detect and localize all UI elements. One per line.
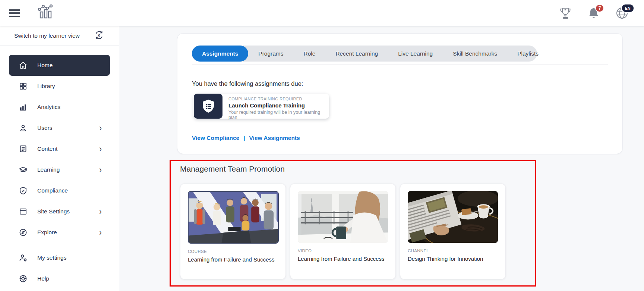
switch-view-icon: e xyxy=(94,30,104,41)
chevron-right-icon: › xyxy=(99,166,102,174)
promo-card-course[interactable]: COURSE Learning from Failure and Success xyxy=(180,184,286,279)
home-icon xyxy=(19,61,28,70)
tab-assignments[interactable]: Assignments xyxy=(192,46,248,62)
sidebar-item-analytics[interactable]: Analytics xyxy=(9,97,110,118)
sidebar-item-my-settings[interactable]: My settings xyxy=(9,247,110,268)
sidebar-item-compliance[interactable]: Compliance xyxy=(9,180,110,201)
trophy-icon[interactable] xyxy=(559,7,572,19)
compliance-card-subtitle: Your required training will be in your l… xyxy=(228,110,324,120)
assignments-intro-text: You have the following assignments due: xyxy=(192,80,303,87)
promotion-cards: COURSE Learning from Failure and Success xyxy=(180,184,506,279)
promo-card-type: CHANNEL xyxy=(408,248,498,253)
compliance-card-text: COMPLIANCE TRAINING REQUIRED Launch Comp… xyxy=(222,94,329,119)
shield-check-icon xyxy=(19,186,28,195)
promotion-section-title: Management Team Promotion xyxy=(180,165,285,173)
tab-skill-benchmarks[interactable]: Skill Benchmarks xyxy=(443,46,507,62)
sidebar-item-library[interactable]: Library xyxy=(9,76,110,97)
tab-live-learning[interactable]: Live Learning xyxy=(388,46,443,62)
top-bar: 7 EN xyxy=(0,0,644,26)
view-compliance-link[interactable]: View Compliance xyxy=(192,135,239,141)
sidebar-item-label: Home xyxy=(37,62,53,69)
sidebar-item-learning[interactable]: Learning › xyxy=(9,159,110,180)
sidebar-item-users[interactable]: Users › xyxy=(9,118,110,138)
compliance-training-card[interactable]: COMPLIANCE TRAINING REQUIRED Launch Comp… xyxy=(194,94,329,119)
graduation-cap-icon xyxy=(19,165,28,174)
promo-card-title: Learning from Failure and Success xyxy=(298,256,388,262)
person-gear-icon xyxy=(19,253,28,262)
tab-playlists[interactable]: Playlists xyxy=(507,46,549,62)
compliance-shield-icon xyxy=(194,94,222,119)
person-icon xyxy=(19,123,28,132)
sidebar-item-label: Help xyxy=(37,275,49,282)
course-thumbnail-team-discussion xyxy=(188,191,279,244)
promo-card-type: VIDEO xyxy=(298,248,388,253)
hamburger-menu-icon[interactable] xyxy=(9,8,22,18)
sidebar-item-explore[interactable]: Explore › xyxy=(9,222,110,243)
sidebar: Switch to my learner view e Home xyxy=(0,26,119,291)
notifications-bell-icon[interactable]: 7 xyxy=(587,7,600,19)
promo-card-title: Learning from Failure and Success xyxy=(188,256,278,263)
lifebuoy-icon xyxy=(19,274,28,283)
video-thumbnail-woman-at-window xyxy=(298,191,388,243)
compliance-card-eyebrow: COMPLIANCE TRAINING REQUIRED xyxy=(228,97,324,101)
browser-window-icon xyxy=(19,207,28,216)
language-globe-icon[interactable]: EN xyxy=(616,7,628,19)
app-logo-chart-icon[interactable] xyxy=(37,4,54,22)
link-separator: | xyxy=(243,135,245,141)
view-assignments-link[interactable]: View Assignments xyxy=(249,135,300,141)
sidebar-item-label: Library xyxy=(37,83,55,90)
sidebar-item-label: Content xyxy=(37,146,57,152)
tab-role[interactable]: Role xyxy=(294,46,326,62)
sidebar-nav: Home Library A xyxy=(0,46,119,289)
sidebar-item-content[interactable]: Content › xyxy=(9,138,110,159)
sidebar-item-label: Site Settings xyxy=(37,208,70,215)
promo-card-video[interactable]: VIDEO Learning from Failure and Success xyxy=(290,184,396,279)
sidebar-item-label: Explore xyxy=(37,229,57,236)
tab-bar: Assignments Programs Role Recent Learnin… xyxy=(192,46,537,62)
sidebar-item-label: Users xyxy=(37,125,52,131)
switch-learner-view-label: Switch to my learner view xyxy=(14,32,80,39)
sidebar-item-site-settings[interactable]: Site Settings › xyxy=(9,201,110,222)
chevron-right-icon: › xyxy=(99,124,102,132)
library-grid-icon xyxy=(19,82,28,91)
channel-thumbnail-newspaper-coffee xyxy=(408,191,498,243)
sidebar-item-label: Compliance xyxy=(37,187,68,194)
compliance-card-title: Launch Compliance Training xyxy=(228,102,324,109)
tab-divider xyxy=(192,65,608,65)
tab-programs[interactable]: Programs xyxy=(248,46,293,62)
sidebar-item-label: My settings xyxy=(37,254,66,261)
topbar-actions: 7 EN xyxy=(559,7,644,19)
bar-chart-icon xyxy=(19,103,28,112)
sidebar-item-label: Analytics xyxy=(37,104,60,110)
sidebar-item-help[interactable]: Help xyxy=(9,268,110,289)
assignments-links: View Compliance | View Assignments xyxy=(192,135,300,141)
language-badge: EN xyxy=(621,4,634,13)
chevron-right-icon: › xyxy=(99,145,102,153)
sidebar-item-home[interactable]: Home xyxy=(9,55,110,76)
chevron-right-icon: › xyxy=(99,228,102,237)
switch-learner-view[interactable]: Switch to my learner view e xyxy=(0,26,119,46)
chevron-right-icon: › xyxy=(99,207,102,216)
tab-recent-learning[interactable]: Recent Learning xyxy=(325,46,388,62)
notification-count-badge: 7 xyxy=(595,4,604,12)
svg-text:e: e xyxy=(98,33,100,37)
document-icon xyxy=(19,144,28,153)
compass-icon xyxy=(19,228,28,237)
promo-card-title: Design Thinking for Innovation xyxy=(408,256,498,262)
sidebar-item-label: Learning xyxy=(37,166,60,173)
promo-card-channel[interactable]: CHANNEL Design Thinking for Innovation xyxy=(400,184,506,279)
promo-card-type: COURSE xyxy=(188,249,278,254)
